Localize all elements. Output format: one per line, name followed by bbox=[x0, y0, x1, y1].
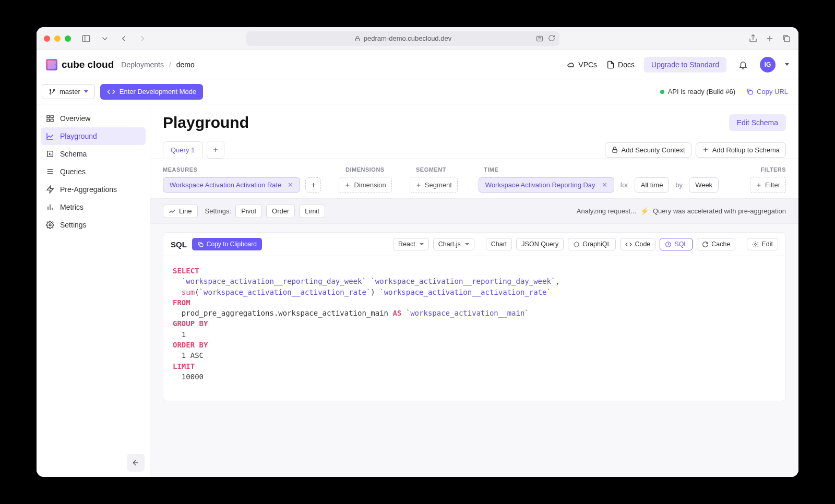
sql-body[interactable]: SELECT `workspace_activation__reporting_… bbox=[163, 256, 785, 401]
add-tab-button[interactable] bbox=[207, 141, 224, 159]
copy-to-clipboard-button[interactable]: Copy to Clipboard bbox=[192, 238, 262, 250]
analyzing-text: Analyzing request... bbox=[577, 207, 636, 215]
breadcrumb-root[interactable]: Deployments bbox=[121, 61, 164, 69]
vpcs-link[interactable]: VPCs bbox=[567, 61, 597, 69]
avatar[interactable]: IG bbox=[760, 57, 776, 73]
chip-label: Workspace Activation Reporting Day bbox=[485, 181, 595, 189]
granularity-select[interactable]: Week bbox=[689, 177, 719, 193]
add-segment-button[interactable]: Segment bbox=[410, 177, 458, 193]
sidebar-item-label: Schema bbox=[60, 150, 87, 158]
remove-chip-icon[interactable]: ✕ bbox=[600, 181, 610, 189]
chevron-down-icon bbox=[84, 90, 88, 93]
plus-icon bbox=[415, 182, 422, 188]
user-menu-caret-icon[interactable] bbox=[785, 63, 789, 66]
tab-query1[interactable]: Query 1 bbox=[163, 141, 202, 158]
add-dimension-button[interactable]: Dimension bbox=[339, 177, 391, 193]
minimize-window-icon[interactable] bbox=[54, 35, 61, 42]
order-button[interactable]: Order bbox=[266, 204, 295, 218]
dev-mode-button[interactable]: Enter Development Mode bbox=[100, 84, 203, 100]
time-range-select[interactable]: All time bbox=[635, 177, 670, 193]
query-builder: MEASURES DIMENSIONS SEGMENT TIME FILTERS… bbox=[150, 159, 798, 198]
sql-head: SQL Copy to Clipboard React Chart.js Cha… bbox=[163, 233, 785, 256]
btn-label: Add Security Context bbox=[622, 146, 685, 154]
sidebar-item-label: Pre-Aggregations bbox=[60, 185, 117, 194]
sidebar-item-schema[interactable]: Schema bbox=[41, 145, 146, 163]
lock-icon bbox=[354, 35, 361, 42]
sidebar-item-playground[interactable]: Playground bbox=[41, 127, 146, 145]
api-status-label: API is ready (Build #6) bbox=[668, 88, 735, 95]
json-query-tab[interactable]: JSON Query bbox=[516, 238, 564, 250]
page-title: Playground bbox=[163, 114, 249, 131]
time-chip[interactable]: Workspace Activation Reporting Day ✕ bbox=[479, 177, 614, 193]
btn-label: Segment bbox=[425, 181, 452, 189]
chevron-down-icon[interactable] bbox=[98, 32, 112, 45]
time-label: TIME bbox=[484, 166, 745, 173]
logo[interactable]: cube cloud bbox=[46, 59, 114, 70]
page-head: Playground Edit Schema bbox=[150, 104, 798, 135]
forward-button[interactable] bbox=[136, 32, 149, 45]
svg-rect-31 bbox=[612, 149, 616, 152]
svg-rect-42 bbox=[200, 243, 203, 246]
status-dot-icon bbox=[660, 90, 664, 94]
copy-url-button[interactable]: Copy URL bbox=[746, 88, 788, 95]
edit-button[interactable]: Edit bbox=[747, 238, 778, 250]
btn-label: GraphiQL bbox=[582, 241, 611, 248]
lock-icon bbox=[611, 146, 618, 153]
remove-chip-icon[interactable]: ✕ bbox=[285, 181, 295, 189]
add-security-context-button[interactable]: Add Security Context bbox=[605, 142, 691, 158]
chart-tab[interactable]: Chart bbox=[486, 238, 512, 250]
sidebar-item-settings[interactable]: Settings bbox=[41, 216, 146, 234]
branch-selector[interactable]: master bbox=[42, 84, 95, 99]
sidebar-item-queries[interactable]: Queries bbox=[41, 163, 146, 181]
breadcrumb: Deployments / demo bbox=[121, 61, 194, 69]
logo-text: cube cloud bbox=[62, 59, 114, 70]
btn-label: SQL bbox=[674, 241, 687, 248]
docs-link[interactable]: Docs bbox=[606, 61, 635, 69]
sidebar-toggle-icon[interactable] bbox=[79, 32, 93, 45]
code-tab[interactable]: Code bbox=[620, 238, 655, 250]
tabs-row: Query 1 Add Security Context Add Rollup … bbox=[150, 135, 798, 159]
cache-tab[interactable]: Cache bbox=[697, 238, 735, 250]
graphiql-tab[interactable]: GraphiQL bbox=[568, 238, 616, 250]
add-measure-button[interactable] bbox=[305, 177, 321, 193]
maximize-window-icon[interactable] bbox=[65, 35, 71, 42]
edit-schema-button[interactable]: Edit Schema bbox=[729, 114, 786, 131]
btn-label: Code bbox=[635, 241, 650, 248]
breadcrumb-current: demo bbox=[176, 61, 195, 69]
refresh-icon[interactable] bbox=[548, 34, 555, 42]
chart-type-select[interactable]: Line bbox=[163, 204, 198, 218]
vpcs-label: VPCs bbox=[578, 61, 597, 69]
add-rollup-button[interactable]: Add Rollup to Schema bbox=[696, 142, 786, 158]
chart-lib-select[interactable]: Chart.js bbox=[433, 238, 474, 250]
sidebar-collapse-button[interactable] bbox=[127, 454, 145, 472]
cube-logo-icon bbox=[46, 59, 57, 70]
notifications-button[interactable] bbox=[736, 57, 750, 72]
share-icon[interactable] bbox=[748, 34, 758, 43]
bell-icon bbox=[738, 60, 748, 69]
browser-window: pedram-demo.cubecloud.dev cube cloud Dep… bbox=[37, 27, 798, 477]
measure-chip[interactable]: Workspace Activation Activation Rate ✕ bbox=[163, 177, 300, 193]
btn-label: Copy to Clipboard bbox=[207, 241, 257, 248]
sidebar-item-label: Metrics bbox=[60, 203, 84, 211]
sql-tab[interactable]: SQL bbox=[660, 238, 693, 250]
back-button[interactable] bbox=[117, 32, 130, 45]
sidebar-item-overview[interactable]: Overview bbox=[41, 110, 146, 127]
sidebar-item-metrics[interactable]: Metrics bbox=[41, 198, 146, 216]
add-filter-button[interactable]: Filter bbox=[750, 177, 786, 193]
new-tab-icon[interactable] bbox=[765, 34, 774, 43]
close-window-icon[interactable] bbox=[44, 35, 50, 42]
tabs-icon[interactable] bbox=[782, 34, 791, 43]
upgrade-button[interactable]: Upgrade to Standard bbox=[644, 57, 726, 73]
url-bar[interactable]: pedram-demo.cubecloud.dev bbox=[246, 31, 559, 46]
sidebar-item-preaggregations[interactable]: Pre-Aggregations bbox=[41, 181, 146, 198]
chip-label: Workspace Activation Activation Rate bbox=[170, 181, 281, 189]
git-branch-icon bbox=[49, 88, 56, 95]
reader-icon[interactable] bbox=[535, 34, 544, 43]
framework-select[interactable]: React bbox=[393, 238, 429, 250]
copy-icon bbox=[197, 241, 204, 248]
btn-label: Filter bbox=[765, 181, 780, 189]
svg-rect-13 bbox=[749, 91, 753, 94]
pivot-button[interactable]: Pivot bbox=[235, 204, 262, 218]
svg-marker-43 bbox=[574, 242, 579, 247]
limit-button[interactable]: Limit bbox=[299, 204, 325, 218]
